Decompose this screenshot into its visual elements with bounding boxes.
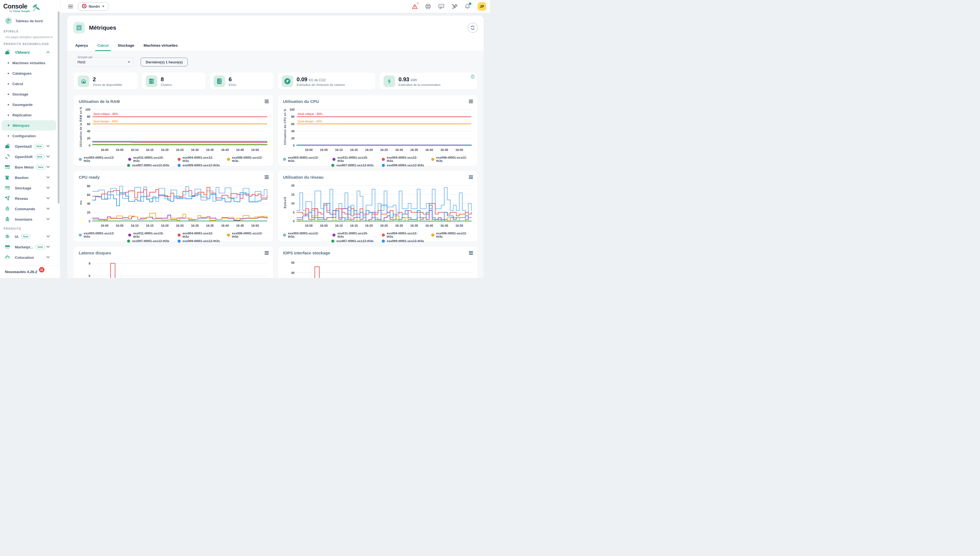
new-badge: New bbox=[34, 144, 44, 149]
legend-series-name: esx011-t0001-ucs15-th3s bbox=[133, 156, 169, 162]
chart-menu-icon[interactable] bbox=[469, 251, 473, 255]
sidebar-group-bare-metal[interactable]: Bare Metal New bbox=[0, 162, 60, 172]
clipboard-list-icon bbox=[4, 216, 11, 223]
group-by-select[interactable]: Grouper par Host bbox=[74, 57, 134, 67]
legend-item[interactable]: esx007-t0001-ucs12-th3s bbox=[332, 239, 374, 242]
svg-text:80: 80 bbox=[291, 115, 294, 118]
legend-series-name: esx004-t0001-ucs12-th3s bbox=[387, 232, 423, 238]
sidebar-item-dashboard[interactable]: Tableau de bord bbox=[2, 16, 57, 26]
chart-storage-iops: IOPS interface stockage0102030405016:001… bbox=[278, 247, 477, 278]
sidebar-item-stockage[interactable]: Stockage bbox=[2, 89, 56, 99]
chevron-down-icon bbox=[46, 197, 49, 200]
pinned-hint-text: Vos pages épinglées apparaissent ici bbox=[0, 36, 60, 39]
chart-menu-icon[interactable] bbox=[265, 100, 269, 103]
chart-menu-icon[interactable] bbox=[469, 175, 473, 179]
legend-item[interactable]: esx011-t0001-ucs15-th3s bbox=[128, 156, 169, 162]
svg-text:16:25: 16:25 bbox=[176, 224, 184, 227]
legend-series-name: esx004-t0001-ucs12-th3s bbox=[387, 156, 423, 162]
tenant-selector[interactable]: Nordri bbox=[78, 2, 108, 11]
stat-card-kwh: 0.93kWh Estimation de la consommation bbox=[380, 73, 477, 90]
feedback-smiley-icon[interactable] bbox=[438, 3, 444, 10]
legend-item[interactable]: esx009-t0001-ucs12-th3s bbox=[382, 239, 424, 242]
legend-item[interactable]: esx007-t0001-ucs12-th3s bbox=[332, 163, 374, 167]
chart-title: Utilisation de la RAM bbox=[79, 99, 268, 104]
legend-item[interactable]: esx004-t0001-ucs12-th3s bbox=[382, 232, 423, 238]
sidebar-item-replication[interactable]: Réplication bbox=[2, 110, 56, 120]
svg-text:8: 8 bbox=[89, 262, 90, 265]
legend-series-name: esx009-t0001-ucs12-th3s bbox=[387, 163, 424, 167]
sidebar-item-metriques[interactable]: Métriques bbox=[2, 120, 56, 131]
svg-text:16:40: 16:40 bbox=[425, 148, 433, 152]
legend-item[interactable]: esx009-t0001-ucs12-th3s bbox=[382, 163, 424, 167]
legend-series-name: esx009-t0001-ucs12-th3s bbox=[183, 239, 220, 242]
legend-item[interactable]: esx009-t0001-ucs12-th3s bbox=[178, 239, 220, 242]
sidebar-group-marketplace[interactable]: Marketpl... New bbox=[0, 242, 60, 252]
alerts-warning-icon[interactable] bbox=[412, 3, 418, 10]
support-lifebuoy-icon[interactable] bbox=[425, 3, 431, 10]
sidebar-group-vmware[interactable]: VMware bbox=[0, 47, 60, 58]
svg-text:16:45: 16:45 bbox=[236, 224, 244, 227]
new-badge: New bbox=[35, 155, 45, 159]
tab-apercu[interactable]: Aperçu bbox=[71, 40, 93, 51]
sidebar-group-stockage[interactable]: Stockage bbox=[0, 183, 60, 193]
legend-item[interactable]: esx004-t0001-ucs12-th3s bbox=[178, 232, 219, 238]
notification-dot bbox=[469, 2, 471, 5]
shopping-bag-icon bbox=[4, 205, 11, 212]
time-range-button[interactable]: Dernière(s) 1 heure(s) bbox=[141, 58, 188, 66]
chart-menu-icon[interactable] bbox=[265, 175, 269, 179]
info-icon[interactable] bbox=[471, 74, 475, 79]
sidebar-item-calcul[interactable]: Calcul bbox=[2, 79, 56, 89]
legend-item[interactable]: esx004-t0001-ucs12-th3s bbox=[382, 156, 423, 162]
legend-item[interactable]: esx011-t0001-ucs15-th3s bbox=[332, 156, 374, 162]
bullet-icon bbox=[8, 94, 9, 95]
legend-item[interactable]: esx007-t0001-ucs12-th3s bbox=[127, 163, 169, 167]
chevron-down-icon bbox=[46, 187, 49, 189]
legend-item[interactable]: esx011-t0001-ucs15-th3s bbox=[128, 232, 169, 238]
sidebar-item-sauvegarde[interactable]: Sauvegarde bbox=[2, 99, 56, 110]
svg-text:16:45: 16:45 bbox=[440, 224, 448, 227]
chart-menu-icon[interactable] bbox=[469, 100, 473, 103]
legend-item[interactable]: esx006-t0001-ucs12-th3s bbox=[227, 156, 268, 162]
sidebar-group-reseau[interactable]: Réseau bbox=[0, 193, 60, 204]
stat-label: Zones de disponibilité bbox=[93, 83, 122, 86]
legend-item[interactable]: esx006-t0001-ucs12-th3s bbox=[227, 232, 268, 238]
legend-item[interactable]: esx007-t0001-ucs12-th3s bbox=[127, 239, 169, 242]
user-avatar[interactable]: JP bbox=[478, 2, 486, 11]
stat-unit: kWh bbox=[411, 78, 417, 82]
legend-item[interactable]: esx003-t0001-ucs12-th3s bbox=[283, 156, 324, 162]
sidebar-group-commande[interactable]: Commande bbox=[0, 204, 60, 214]
sidebar-group-inventaire[interactable]: Inventaire bbox=[0, 214, 60, 225]
chart-canvas: 02040608010016:0016:0516:1016:1516:2016:… bbox=[283, 106, 472, 155]
sidebar-scrollbar[interactable] bbox=[58, 11, 60, 204]
legend-item[interactable]: esx011-t0001-ucs15-th3s bbox=[332, 232, 374, 238]
whats-new-link[interactable]: Nouveautés 4.26.2 11 bbox=[0, 265, 60, 278]
legend-item[interactable]: esx003-t0001-ucs12-th3s bbox=[79, 232, 120, 238]
sidebar-group-colocation[interactable]: Colocation bbox=[0, 252, 60, 263]
sidebar-item-configuration[interactable]: Configuration bbox=[2, 131, 56, 141]
legend-item[interactable]: esx006-t0001-ucs12-th3s bbox=[431, 156, 472, 162]
sidebar-item-catalogues[interactable]: Catalogues bbox=[2, 68, 56, 79]
legend-item[interactable]: esx003-t0001-ucs12-th3s bbox=[283, 232, 324, 238]
svg-text:16:30: 16:30 bbox=[395, 148, 403, 152]
sidebar-group-openshift[interactable]: OpenShift New bbox=[0, 152, 60, 162]
app-logo[interactable]: Console by Cloud Temple bbox=[0, 0, 60, 13]
legend-item[interactable]: esx004-t0001-ucs12-th3s bbox=[178, 156, 219, 162]
chart-menu-icon[interactable] bbox=[265, 251, 269, 255]
charts-grid: Utilisation de la RAM02040608010016:0016… bbox=[74, 95, 477, 278]
svg-text:Utilisation de la RAM en %: Utilisation de la RAM en % bbox=[79, 107, 82, 147]
legend-item[interactable]: esx009-t0001-ucs12-th3s bbox=[178, 163, 220, 167]
hamburger-menu-icon[interactable] bbox=[68, 5, 73, 8]
tab-calcul[interactable]: Calcul bbox=[93, 40, 113, 51]
notifications-bell-icon[interactable] bbox=[464, 3, 471, 10]
sidebar-group-openiaas[interactable]: OpenIaaS New bbox=[0, 141, 60, 152]
sidebar-group-bastion[interactable]: Bastion bbox=[0, 172, 60, 183]
sidebar-group-ia[interactable]: IA New bbox=[0, 231, 60, 242]
refresh-button[interactable] bbox=[468, 23, 478, 33]
tab-machines-virtuelles[interactable]: Machines virtuelles bbox=[139, 40, 183, 51]
tools-icon[interactable] bbox=[451, 3, 457, 10]
sidebar-item-machines-virtuelles[interactable]: Machines virtuelles bbox=[2, 58, 56, 68]
tab-stockage[interactable]: Stockage bbox=[113, 40, 139, 51]
chevron-down-icon bbox=[46, 256, 49, 259]
legend-item[interactable]: esx003-t0001-ucs12-th3s bbox=[79, 156, 120, 162]
legend-item[interactable]: esx006-t0001-ucs12-th3s bbox=[431, 232, 472, 238]
